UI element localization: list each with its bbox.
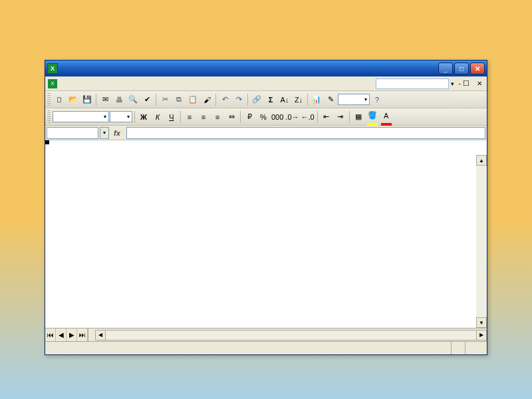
doc-restore-button[interactable]: - ☐ [456, 79, 472, 88]
app-icon: X [47, 63, 58, 74]
sheet-next-icon[interactable]: ▶ [66, 329, 77, 341]
name-box[interactable] [47, 127, 98, 139]
window-titlebar[interactable]: X _ □ ✕ [45, 61, 487, 76]
horizontal-scrollbar[interactable]: ◀ ▶ [95, 329, 487, 341]
formula-input[interactable] [126, 127, 485, 139]
font-name-combo[interactable]: ▾ [53, 111, 109, 122]
sheet-tab-bar: ⏮ ◀ ▶ ⏭ ◀ ▶ [45, 328, 487, 341]
borders-icon[interactable]: ▦ [352, 110, 365, 124]
slide-title [0, 0, 532, 21]
print-icon[interactable]: 🖶 [112, 93, 126, 106]
print-preview-icon[interactable]: 🔍 [126, 93, 140, 106]
menu-insert[interactable] [84, 82, 92, 85]
sheet-nav: ⏮ ◀ ▶ ⏭ [45, 329, 88, 341]
help-search-input[interactable] [376, 78, 449, 89]
help-dropdown-icon[interactable]: ▾ [449, 80, 456, 87]
scroll-right-icon[interactable]: ▶ [476, 330, 487, 340]
fill-color-icon[interactable]: 🪣 [366, 110, 379, 124]
sort-desc-icon[interactable]: Z↓ [292, 93, 305, 106]
menu-help[interactable] [124, 82, 132, 85]
save-icon[interactable]: 💾 [80, 93, 94, 106]
menu-edit[interactable] [68, 82, 76, 85]
scroll-up-icon[interactable]: ▲ [476, 155, 487, 166]
vertical-scrollbar[interactable]: ▲ ▼ [476, 155, 487, 328]
status-blank [465, 342, 483, 354]
formatting-toolbar: ▾ ▾ Ж К Ч ≡ ≡ ≡ ⇔ ₽ % 000 .0→ ←.0 ⇤ ⇥ ▦ … [45, 108, 487, 126]
sheet-prev-icon[interactable]: ◀ [56, 329, 66, 341]
toolbar-grip[interactable] [47, 93, 51, 106]
hyperlink-icon[interactable]: 🔗 [250, 93, 263, 106]
open-icon[interactable]: 📂 [66, 93, 80, 106]
standard-toolbar: 🗋 📂 💾 ✉ 🖶 🔍 ✔ ✂ ⧉ 📋 🖌 ↶ ↷ 🔗 Σ A↓ Z↓ 📊 ✎ … [45, 91, 487, 108]
underline-icon[interactable]: Ч [165, 110, 178, 124]
fill-handle[interactable] [45, 140, 49, 144]
align-center-icon[interactable]: ≡ [197, 110, 210, 124]
decrease-decimal-icon[interactable]: ←.0 [301, 110, 315, 124]
sheet-first-icon[interactable]: ⏮ [45, 329, 56, 341]
cut-icon[interactable]: ✂ [158, 93, 172, 106]
help-icon[interactable]: ? [370, 93, 384, 106]
font-size-combo[interactable]: ▾ [110, 111, 132, 122]
menu-file[interactable] [60, 82, 68, 85]
italic-icon[interactable]: К [151, 110, 164, 124]
copy-icon[interactable]: ⧉ [172, 93, 186, 106]
menu-bar: X ▾ - ☐ ✕ [45, 76, 487, 91]
spellcheck-icon[interactable]: ✔ [140, 93, 154, 106]
worksheet-area: ▲ ▼ [45, 140, 487, 328]
menu-window[interactable] [116, 82, 124, 85]
increase-decimal-icon[interactable]: .0→ [285, 110, 299, 124]
doc-icon: X [48, 79, 57, 88]
menu-data[interactable] [108, 82, 116, 85]
new-icon[interactable]: 🗋 [53, 93, 66, 106]
maximize-button[interactable]: □ [454, 63, 469, 74]
sort-asc-icon[interactable]: A↓ [278, 93, 291, 106]
menu-format[interactable] [92, 82, 100, 85]
status-bar [45, 341, 487, 354]
excel-window: X _ □ ✕ X ▾ - ☐ ✕ 🗋 📂 💾 ✉ 🖶 🔍 ✔ [45, 60, 487, 355]
bold-icon[interactable]: Ж [137, 110, 150, 124]
merge-center-icon[interactable]: ⇔ [225, 110, 238, 124]
scroll-left-icon[interactable]: ◀ [95, 330, 106, 340]
formula-bar-row: ▾ fx [45, 126, 487, 140]
paste-icon[interactable]: 📋 [186, 93, 200, 106]
mail-icon[interactable]: ✉ [98, 93, 112, 106]
decrease-indent-icon[interactable]: ⇤ [320, 110, 333, 124]
redo-icon[interactable]: ↷ [232, 93, 245, 106]
autosum-icon[interactable]: Σ [264, 93, 277, 106]
status-num [451, 342, 465, 354]
drawing-icon[interactable]: ✎ [324, 93, 337, 106]
comma-icon[interactable]: 000 [271, 110, 284, 124]
percent-icon[interactable]: % [257, 110, 270, 124]
minimize-button[interactable]: _ [438, 63, 453, 74]
cell-grid[interactable] [45, 140, 487, 328]
chart-icon[interactable]: 📊 [310, 93, 323, 106]
doc-close-button[interactable]: ✕ [474, 79, 485, 88]
format-painter-icon[interactable]: 🖌 [200, 93, 213, 106]
undo-icon[interactable]: ↶ [218, 93, 231, 106]
scroll-down-icon[interactable]: ▼ [476, 317, 487, 328]
menu-view[interactable] [76, 82, 84, 85]
close-button[interactable]: ✕ [470, 63, 485, 74]
menu-tools[interactable] [100, 82, 108, 85]
zoom-combo[interactable]: ▾ [338, 94, 370, 105]
name-box-dropdown[interactable]: ▾ [100, 127, 109, 139]
align-left-icon[interactable]: ≡ [183, 110, 196, 124]
font-color-icon[interactable]: A [380, 110, 393, 124]
increase-indent-icon[interactable]: ⇥ [334, 110, 347, 124]
fx-icon[interactable]: fx [110, 127, 124, 139]
toolbar-grip[interactable] [47, 110, 51, 124]
currency-icon[interactable]: ₽ [243, 110, 256, 124]
sheet-last-icon[interactable]: ⏭ [77, 329, 88, 341]
align-right-icon[interactable]: ≡ [211, 110, 224, 124]
